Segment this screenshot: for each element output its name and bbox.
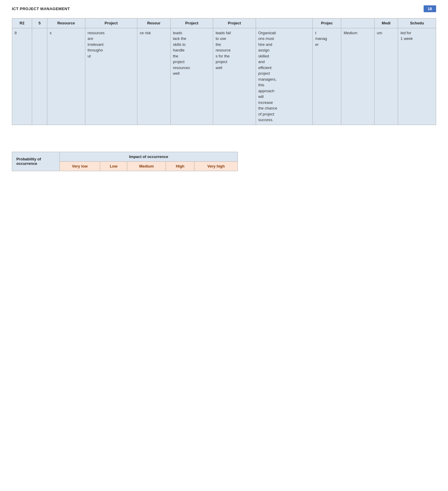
- page-number: 18: [424, 5, 436, 12]
- col-header-r2: R2: [12, 18, 32, 28]
- col-medium: Medium: [127, 161, 166, 171]
- col-header-medium-blank: [341, 18, 374, 28]
- col-very-high: Very high: [194, 161, 238, 171]
- cell-medium-um: um: [374, 28, 398, 125]
- probability-table: Probability of occurrence Impact of occu…: [12, 152, 238, 171]
- col-header-project-resources: Project: [85, 18, 137, 28]
- cell-project-leads-fail: leads failto usetheresources for theproj…: [213, 28, 256, 125]
- col-header-project-t: Projec: [313, 18, 341, 28]
- cell-five: [32, 28, 47, 125]
- main-table-wrapper: R2 5 Resource Project Resour Project Pro…: [0, 15, 448, 134]
- col-high: High: [166, 161, 194, 171]
- table-row: 8 s resourcesareirrelevantthroughout ce …: [12, 28, 436, 125]
- table-header-row: R2 5 Resource Project Resour Project Pro…: [12, 18, 436, 28]
- col-header-medi: Medi: [374, 18, 398, 28]
- col-header-project-leads: Project: [170, 18, 213, 28]
- col-header-5: 5: [32, 18, 47, 28]
- page-header: ICT PROJECT MANAGEMENT 18: [0, 0, 448, 15]
- page-title: ICT PROJECT MANAGEMENT: [12, 7, 70, 11]
- impact-header: Impact of occurrence: [60, 152, 238, 161]
- risk-table: R2 5 Resource Project Resour Project Pro…: [12, 18, 436, 125]
- col-header-project-leads-fail: Project: [213, 18, 256, 28]
- cell-r2: 8: [12, 28, 32, 125]
- col-header-organizations: [256, 18, 312, 28]
- cell-medium: Medium: [341, 28, 374, 125]
- col-low: Low: [100, 161, 127, 171]
- col-header-resource-risk: Resour: [137, 18, 171, 28]
- col-very-low: Very low: [60, 161, 100, 171]
- bottom-section: Probability of occurrence Impact of occu…: [0, 134, 448, 177]
- cell-project-resources: resourcesareirrelevantthroughout: [85, 28, 137, 125]
- col-header-schedu: Schedu: [398, 18, 436, 28]
- prob-occurrence-header: Probability of occurrence: [12, 152, 60, 171]
- cell-project-leads: leadslack theskills tohandletheprojectre…: [170, 28, 213, 125]
- cell-scheduled: led for1 week: [398, 28, 436, 125]
- cell-resource: s: [47, 28, 85, 125]
- cell-organizations: Organizations musthire andassignskilleda…: [256, 28, 312, 125]
- cell-resource-risk: ce risk: [137, 28, 171, 125]
- col-header-resource: Resource: [47, 18, 85, 28]
- cell-project-t: tmanager: [313, 28, 341, 125]
- prob-header-row: Probability of occurrence Impact of occu…: [12, 152, 238, 161]
